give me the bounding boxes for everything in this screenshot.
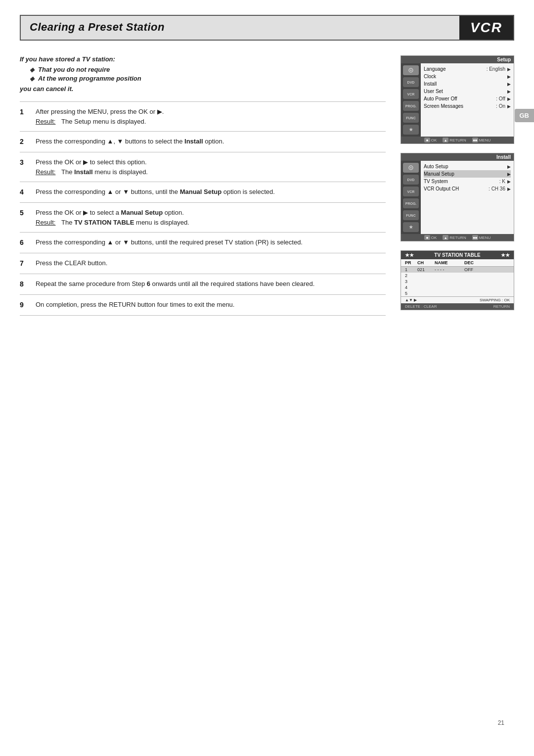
row5-dec [464, 291, 484, 296]
step-text-4: Press the corresponding ▲ or ▼ buttons, … [36, 187, 386, 197]
screen1-main: Language : English ▶ Clock ▶ Install ▶ U… [421, 63, 514, 137]
sidebar-vcr-label: VCR [403, 89, 419, 99]
diamond-icon-1: ◆ [30, 66, 34, 73]
left-column: If you have stored a TV station: ◆ That … [20, 55, 386, 316]
right-column: Setup DVD VCR PROG. FUNC ★ Language : En… [400, 55, 514, 316]
step-number-2: 2 [20, 137, 29, 147]
menu-label-clock: Clock [424, 74, 436, 79]
menu-row-userset: User Set ▶ [424, 88, 511, 95]
step-content-6: Press the corresponding ▲ or ▼ buttons, … [36, 237, 386, 247]
screen2-sidebar-setup [403, 163, 419, 173]
station-row-3: 3 [401, 279, 514, 284]
cancel-text: you can cancel it. [20, 85, 386, 93]
step-number-1: 1 [20, 107, 29, 117]
footer-return-1: ▲ RETURN [443, 138, 466, 142]
menu-row-autopoweroff: Auto Power Off : Off ▶ [424, 95, 511, 102]
menu-row-install: Install ▶ [424, 80, 511, 88]
screen2-sidebar: DVD VCR PROG. FUNC ★ [401, 161, 421, 234]
row1-pr: 1 [405, 267, 417, 272]
footer-menu-1: ■■ MENU [472, 138, 491, 142]
bullet-item-1: ◆ That you do not require [30, 66, 386, 73]
step-4: 4 Press the corresponding ▲ or ▼ buttons… [20, 182, 386, 202]
step-9: 9 On completion, press the RETURN button… [20, 294, 386, 316]
footer-ok-1: ■ OK [424, 138, 437, 142]
result-label-3: Result: [36, 167, 55, 177]
station-row-5: 5 [401, 290, 514, 296]
step-text-9: On completion, press the RETURN button f… [36, 300, 386, 310]
footer-return-2: ▲ RETURN [443, 235, 466, 240]
station-footer2-right: RETURN [493, 304, 510, 309]
col-header-name: NAME [435, 260, 464, 265]
col-header-ch: CH [417, 260, 435, 265]
sidebar-prog-label: PROG. [403, 101, 419, 111]
intro-section: If you have stored a TV station: ◆ That … [20, 55, 386, 93]
station-footer1: ▲▼ ▶ SWAPPING : OK [401, 296, 514, 303]
screen1-setup: Setup DVD VCR PROG. FUNC ★ Language : En… [400, 55, 514, 144]
page-title: Clearing a Preset Station [21, 16, 459, 40]
menu-row-manualsetup: Manual Setup ▶ [424, 170, 511, 178]
gb-badge: GB [515, 109, 534, 122]
return-icon-2: ▲ [443, 235, 448, 240]
screen1-body: DVD VCR PROG. FUNC ★ Language : English … [401, 63, 514, 137]
step-content-2: Press the corresponding ▲, ▼ buttons to … [36, 137, 386, 146]
step-text-7: Press the CLEAR button. [36, 258, 386, 268]
step-1: 1 After pressing the MENU, press the OK … [20, 101, 386, 131]
ok-icon-1: ■ [424, 138, 430, 142]
menu-label-language: Language [424, 66, 446, 72]
row4-pr: 4 [405, 285, 417, 290]
row4-name [435, 285, 464, 290]
bullet-text-1: That you do not require [38, 66, 110, 73]
row2-ch [417, 273, 435, 278]
row4-ch [417, 285, 435, 290]
screen2-body: DVD VCR PROG. FUNC ★ Auto Setup ▶ Manual… [401, 161, 514, 234]
screen1-sidebar: DVD VCR PROG. FUNC ★ [401, 63, 421, 137]
step-7: 7 Press the CLEAR button. [20, 253, 386, 274]
row1-dec: OFF [464, 267, 484, 272]
row3-dec [464, 279, 484, 284]
result-label-1: Result: [36, 117, 55, 127]
menu-value-screenmsg: : On ▶ [496, 103, 511, 109]
step-number-6: 6 [20, 237, 29, 248]
diamond-icon-2: ◆ [30, 75, 34, 82]
menu-label-screenmsg: Screen Messages [424, 103, 463, 109]
step-3: 3 Press the OK or ▶ to select this optio… [20, 152, 386, 182]
step-text-5: Press the OK or ▶ to select a Manual Set… [36, 208, 386, 227]
row1-name: - - - - [435, 267, 464, 272]
menu-value-autopoweroff: : Off ▶ [496, 96, 511, 101]
step-2: 2 Press the corresponding ▲, ▼ buttons t… [20, 131, 386, 152]
station-row-2: 2 [401, 273, 514, 279]
row5-ch [417, 291, 435, 296]
step-5: 5 Press the OK or ▶ to select a Manual S… [20, 202, 386, 232]
step-text-3: Press the OK or ▶ to select this option.… [36, 157, 386, 177]
row1-ch: 021 [417, 267, 435, 272]
step-text-6: Press the corresponding ▲ or ▼ buttons, … [36, 237, 386, 247]
bullet-item-2: ◆ At the wrong programme position [30, 75, 386, 82]
station-footer1-right: SWAPPING : OK [480, 298, 510, 302]
step-content-8: Repeat the same procedure from Step 6 on… [36, 279, 386, 289]
menu-row-language: Language : English ▶ [424, 65, 511, 73]
step-number-3: 3 [20, 157, 29, 168]
sidebar-dvd-label: DVD [403, 77, 419, 87]
menu-value-userset: ▶ [507, 89, 511, 94]
menu-row-vcrouputch: VCR Output CH : CH 36 ▶ [424, 185, 511, 192]
step-text-2: Press the corresponding ▲, ▼ buttons to … [36, 137, 386, 146]
result-text-1: The Setup menu is displayed. [61, 117, 146, 127]
result-text-5: The TV STATION TABLE menu is displayed. [61, 218, 189, 228]
menu-icon-1: ■■ [472, 138, 478, 142]
step-content-7: Press the CLEAR button. [36, 258, 386, 268]
main-content: If you have stored a TV station: ◆ That … [20, 55, 514, 316]
sidebar-star-label: ★ [403, 125, 419, 135]
step-number-7: 7 [20, 258, 29, 269]
vcr-label: VCR [459, 16, 513, 40]
result-line-1: Result: The Setup menu is displayed. [36, 117, 386, 127]
menu-value-tvsystem: : K ▶ [499, 179, 511, 184]
step-content-4: Press the corresponding ▲ or ▼ buttons, … [36, 187, 386, 197]
station-header-right: ★★ [501, 252, 510, 258]
station-row-4: 4 [401, 284, 514, 290]
ok-icon-2: ■ [424, 235, 430, 240]
screen2-install: Install DVD VCR PROG. FUNC ★ Auto Setup … [400, 153, 514, 241]
screen2-sidebar-dvd: DVD [403, 175, 419, 185]
step-number-4: 4 [20, 187, 29, 197]
menu-value-manualsetup: ▶ [507, 172, 511, 177]
step-number-9: 9 [20, 300, 29, 310]
